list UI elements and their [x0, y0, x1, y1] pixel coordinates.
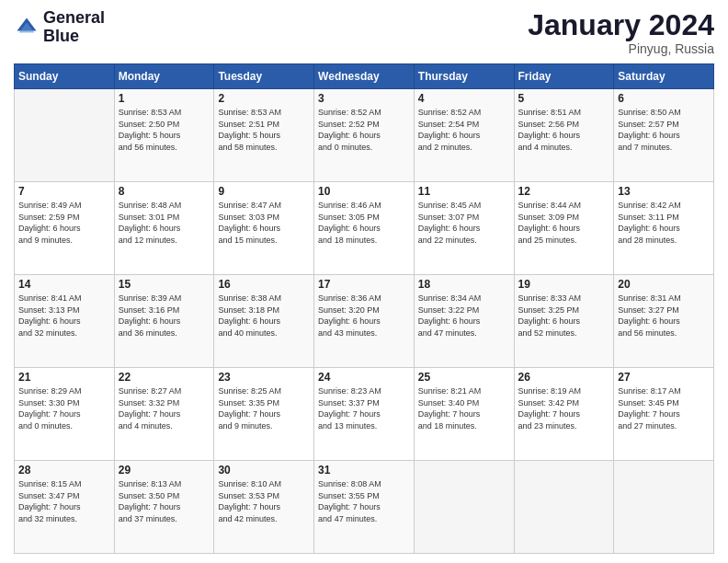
- day-number: 13: [618, 185, 710, 198]
- col-sunday: Sunday: [15, 64, 115, 89]
- calendar-table: Sunday Monday Tuesday Wednesday Thursday…: [14, 63, 714, 554]
- day-cell: 13Sunrise: 8:42 AM Sunset: 3:11 PM Dayli…: [614, 182, 714, 275]
- day-cell: 3Sunrise: 8:52 AM Sunset: 2:52 PM Daylig…: [314, 89, 415, 182]
- day-number: 24: [318, 371, 410, 384]
- day-info: Sunrise: 8:46 AM Sunset: 3:05 PM Dayligh…: [318, 200, 410, 246]
- header-row: Sunday Monday Tuesday Wednesday Thursday…: [15, 64, 714, 89]
- day-number: 16: [218, 278, 310, 291]
- title-block: January 2024 Pinyug, Russia: [528, 9, 714, 56]
- day-number: 5: [518, 92, 610, 105]
- day-info: Sunrise: 8:13 AM Sunset: 3:50 PM Dayligh…: [119, 478, 210, 524]
- day-cell: [414, 461, 514, 554]
- day-cell: 30Sunrise: 8:10 AM Sunset: 3:53 PM Dayli…: [214, 461, 314, 554]
- day-number: 20: [618, 278, 710, 291]
- day-number: 15: [119, 278, 210, 291]
- day-number: 21: [18, 371, 110, 384]
- day-number: 2: [218, 92, 310, 105]
- day-number: 17: [318, 278, 410, 291]
- day-cell: 27Sunrise: 8:17 AM Sunset: 3:45 PM Dayli…: [614, 368, 714, 461]
- week-row-4: 21Sunrise: 8:29 AM Sunset: 3:30 PM Dayli…: [15, 368, 714, 461]
- header: General Blue January 2024 Pinyug, Russia: [14, 9, 714, 56]
- day-cell: 22Sunrise: 8:27 AM Sunset: 3:32 PM Dayli…: [114, 368, 214, 461]
- day-info: Sunrise: 8:39 AM Sunset: 3:16 PM Dayligh…: [119, 293, 210, 339]
- day-info: Sunrise: 8:36 AM Sunset: 3:20 PM Dayligh…: [318, 293, 410, 339]
- day-cell: [514, 461, 614, 554]
- location-subtitle: Pinyug, Russia: [528, 41, 714, 56]
- day-info: Sunrise: 8:41 AM Sunset: 3:13 PM Dayligh…: [18, 293, 110, 339]
- week-row-3: 14Sunrise: 8:41 AM Sunset: 3:13 PM Dayli…: [15, 275, 714, 368]
- day-info: Sunrise: 8:50 AM Sunset: 2:57 PM Dayligh…: [618, 107, 710, 153]
- day-number: 27: [618, 371, 710, 384]
- day-cell: 5Sunrise: 8:51 AM Sunset: 2:56 PM Daylig…: [514, 89, 614, 182]
- day-cell: 18Sunrise: 8:34 AM Sunset: 3:22 PM Dayli…: [414, 275, 514, 368]
- day-info: Sunrise: 8:25 AM Sunset: 3:35 PM Dayligh…: [218, 385, 310, 431]
- day-number: 1: [119, 92, 210, 105]
- day-info: Sunrise: 8:38 AM Sunset: 3:18 PM Dayligh…: [218, 293, 310, 339]
- day-cell: 19Sunrise: 8:33 AM Sunset: 3:25 PM Dayli…: [514, 275, 614, 368]
- day-info: Sunrise: 8:21 AM Sunset: 3:40 PM Dayligh…: [418, 385, 510, 431]
- day-info: Sunrise: 8:31 AM Sunset: 3:27 PM Dayligh…: [618, 293, 710, 339]
- day-cell: 6Sunrise: 8:50 AM Sunset: 2:57 PM Daylig…: [614, 89, 714, 182]
- day-info: Sunrise: 8:19 AM Sunset: 3:42 PM Dayligh…: [518, 385, 610, 431]
- day-cell: 16Sunrise: 8:38 AM Sunset: 3:18 PM Dayli…: [214, 275, 314, 368]
- day-info: Sunrise: 8:52 AM Sunset: 2:54 PM Dayligh…: [418, 107, 510, 153]
- day-cell: 17Sunrise: 8:36 AM Sunset: 3:20 PM Dayli…: [314, 275, 415, 368]
- page: General Blue January 2024 Pinyug, Russia…: [0, 0, 728, 563]
- day-number: 30: [218, 464, 310, 477]
- week-row-5: 28Sunrise: 8:15 AM Sunset: 3:47 PM Dayli…: [15, 461, 714, 554]
- day-cell: 8Sunrise: 8:48 AM Sunset: 3:01 PM Daylig…: [114, 182, 214, 275]
- week-row-2: 7Sunrise: 8:49 AM Sunset: 2:59 PM Daylig…: [15, 182, 714, 275]
- col-friday: Friday: [514, 64, 614, 89]
- day-info: Sunrise: 8:10 AM Sunset: 3:53 PM Dayligh…: [218, 478, 310, 524]
- day-cell: 25Sunrise: 8:21 AM Sunset: 3:40 PM Dayli…: [414, 368, 514, 461]
- logo-icon: [14, 15, 40, 40]
- day-number: 14: [18, 278, 110, 291]
- day-info: Sunrise: 8:08 AM Sunset: 3:55 PM Dayligh…: [318, 478, 410, 524]
- day-cell: [614, 461, 714, 554]
- day-info: Sunrise: 8:23 AM Sunset: 3:37 PM Dayligh…: [318, 385, 410, 431]
- day-info: Sunrise: 8:53 AM Sunset: 2:51 PM Dayligh…: [218, 107, 310, 153]
- day-info: Sunrise: 8:47 AM Sunset: 3:03 PM Dayligh…: [218, 200, 310, 246]
- day-number: 11: [418, 185, 510, 198]
- calendar-header: Sunday Monday Tuesday Wednesday Thursday…: [15, 64, 714, 89]
- day-cell: 26Sunrise: 8:19 AM Sunset: 3:42 PM Dayli…: [514, 368, 614, 461]
- day-info: Sunrise: 8:33 AM Sunset: 3:25 PM Dayligh…: [518, 293, 610, 339]
- day-cell: 7Sunrise: 8:49 AM Sunset: 2:59 PM Daylig…: [15, 182, 115, 275]
- day-cell: 23Sunrise: 8:25 AM Sunset: 3:35 PM Dayli…: [214, 368, 314, 461]
- day-cell: 14Sunrise: 8:41 AM Sunset: 3:13 PM Dayli…: [15, 275, 115, 368]
- logo-line1: General: [43, 9, 105, 28]
- day-cell: [15, 89, 115, 182]
- day-number: 25: [418, 371, 510, 384]
- day-number: 9: [218, 185, 310, 198]
- day-number: 8: [119, 185, 210, 198]
- day-info: Sunrise: 8:34 AM Sunset: 3:22 PM Dayligh…: [418, 293, 510, 339]
- day-info: Sunrise: 8:27 AM Sunset: 3:32 PM Dayligh…: [119, 385, 210, 431]
- day-cell: 1Sunrise: 8:53 AM Sunset: 2:50 PM Daylig…: [114, 89, 214, 182]
- day-number: 6: [618, 92, 710, 105]
- day-cell: 21Sunrise: 8:29 AM Sunset: 3:30 PM Dayli…: [15, 368, 115, 461]
- calendar-body: 1Sunrise: 8:53 AM Sunset: 2:50 PM Daylig…: [15, 89, 714, 554]
- day-number: 28: [18, 464, 110, 477]
- day-info: Sunrise: 8:44 AM Sunset: 3:09 PM Dayligh…: [518, 200, 610, 246]
- col-thursday: Thursday: [414, 64, 514, 89]
- day-number: 3: [318, 92, 410, 105]
- day-number: 26: [518, 371, 610, 384]
- day-number: 10: [318, 185, 410, 198]
- logo-line2: Blue: [43, 28, 105, 46]
- day-cell: 28Sunrise: 8:15 AM Sunset: 3:47 PM Dayli…: [15, 461, 115, 554]
- month-title: January 2024: [528, 9, 714, 41]
- day-cell: 29Sunrise: 8:13 AM Sunset: 3:50 PM Dayli…: [114, 461, 214, 554]
- day-cell: 4Sunrise: 8:52 AM Sunset: 2:54 PM Daylig…: [414, 89, 514, 182]
- day-cell: 10Sunrise: 8:46 AM Sunset: 3:05 PM Dayli…: [314, 182, 415, 275]
- day-number: 7: [18, 185, 110, 198]
- day-cell: 24Sunrise: 8:23 AM Sunset: 3:37 PM Dayli…: [314, 368, 415, 461]
- day-number: 31: [318, 464, 410, 477]
- logo: General Blue: [14, 9, 105, 46]
- day-cell: 11Sunrise: 8:45 AM Sunset: 3:07 PM Dayli…: [414, 182, 514, 275]
- day-number: 12: [518, 185, 610, 198]
- day-number: 18: [418, 278, 510, 291]
- week-row-1: 1Sunrise: 8:53 AM Sunset: 2:50 PM Daylig…: [15, 89, 714, 182]
- day-number: 29: [119, 464, 210, 477]
- day-number: 22: [119, 371, 210, 384]
- day-info: Sunrise: 8:42 AM Sunset: 3:11 PM Dayligh…: [618, 200, 710, 246]
